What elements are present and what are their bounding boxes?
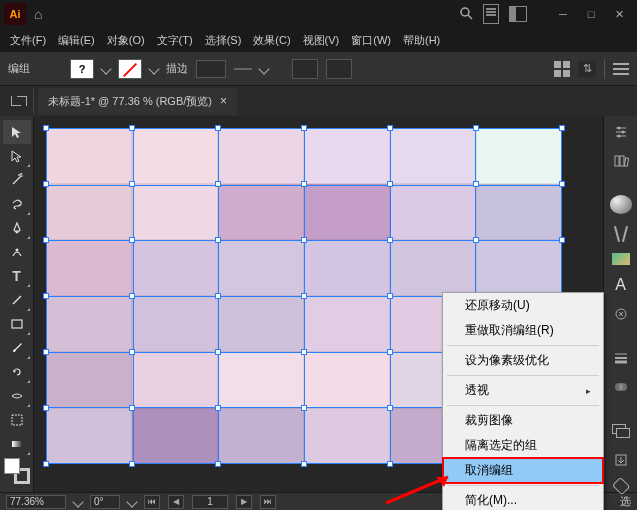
tool-width[interactable] <box>3 384 31 408</box>
arrange-icon[interactable]: ⇅ <box>578 61 596 77</box>
character-panel-icon[interactable]: A <box>610 275 632 294</box>
doc-toggle-icon[interactable] <box>4 89 34 113</box>
grid-cell[interactable] <box>304 296 390 352</box>
fill-stroke-control[interactable] <box>4 458 30 484</box>
tool-curvature[interactable] <box>3 240 31 264</box>
grid-cell[interactable] <box>46 352 132 408</box>
menu-help[interactable]: 帮助(H) <box>399 31 444 50</box>
properties-panel-icon[interactable] <box>610 122 632 141</box>
nav-first-icon[interactable]: ⏮ <box>144 495 160 509</box>
menu-file[interactable]: 文件(F) <box>6 31 50 50</box>
symbols-panel-icon[interactable] <box>610 304 632 323</box>
workspace-switch-icon[interactable] <box>509 6 527 22</box>
grid-cell[interactable] <box>132 240 218 296</box>
nav-prev-icon[interactable]: ◀ <box>168 495 184 509</box>
grid-cell[interactable] <box>218 296 304 352</box>
tool-paintbrush[interactable] <box>3 336 31 360</box>
grid-cell[interactable] <box>390 240 476 296</box>
grid-cell[interactable] <box>390 128 476 184</box>
color-panel-icon[interactable] <box>610 195 632 214</box>
style-box[interactable] <box>326 59 352 79</box>
rotation-input[interactable]: 0° <box>90 495 120 509</box>
dash-dropdown-icon[interactable] <box>258 63 269 74</box>
tool-gradient[interactable] <box>3 432 31 456</box>
align-grid-icon[interactable] <box>554 61 570 77</box>
zoom-input[interactable]: 77.36% <box>6 495 66 509</box>
grid-cell[interactable] <box>304 408 390 464</box>
nav-last-icon[interactable]: ⏭ <box>260 495 276 509</box>
transparency-panel-icon[interactable] <box>610 377 632 396</box>
grid-cell[interactable] <box>46 408 132 464</box>
tab-close-icon[interactable]: × <box>220 94 227 108</box>
menu-type[interactable]: 文字(T) <box>153 31 197 50</box>
swatches-panel-icon[interactable] <box>612 253 630 265</box>
document-icon[interactable] <box>483 4 499 24</box>
asset-export-panel-icon[interactable] <box>610 451 632 470</box>
ctx-crop-image[interactable]: 裁剪图像 <box>443 408 603 433</box>
grid-cell[interactable] <box>132 184 218 240</box>
grid-cell[interactable] <box>218 240 304 296</box>
grid-cell[interactable] <box>218 128 304 184</box>
grid-cell[interactable] <box>304 128 390 184</box>
grid-cell[interactable] <box>476 184 562 240</box>
menu-object[interactable]: 对象(O) <box>103 31 149 50</box>
ctx-simplify[interactable]: 简化(M)... <box>443 488 603 510</box>
nav-next-icon[interactable]: ▶ <box>236 495 252 509</box>
grid-cell[interactable] <box>476 128 562 184</box>
grid-cell[interactable] <box>46 128 132 184</box>
grid-cell[interactable] <box>218 408 304 464</box>
dash-style-icon[interactable] <box>234 68 252 70</box>
fill-swatch[interactable]: ? <box>70 59 94 79</box>
grid-cell[interactable] <box>304 184 390 240</box>
menu-effect[interactable]: 效果(C) <box>249 31 294 50</box>
grid-cell[interactable] <box>304 240 390 296</box>
grid-cell[interactable] <box>46 240 132 296</box>
grid-cell[interactable] <box>132 352 218 408</box>
tool-rectangle[interactable] <box>3 312 31 336</box>
tool-magic-wand[interactable] <box>3 168 31 192</box>
tool-selection[interactable] <box>3 120 31 144</box>
ctx-redo[interactable]: 重做取消编组(R) <box>443 318 603 343</box>
home-icon[interactable]: ⌂ <box>34 6 42 22</box>
tool-rotate[interactable] <box>3 360 31 384</box>
grid-cell[interactable] <box>304 352 390 408</box>
tool-line[interactable] <box>3 288 31 312</box>
ctx-undo[interactable]: 还原移动(U) <box>443 293 603 318</box>
ctx-perspective[interactable]: 透视 <box>443 378 603 403</box>
tool-free-transform[interactable] <box>3 408 31 432</box>
stroke-weight-input[interactable] <box>196 60 226 78</box>
ctx-isolate-group[interactable]: 隔离选定的组 <box>443 433 603 458</box>
document-tab[interactable]: 未标题-1* @ 77.36 % (RGB/预览) × <box>38 88 237 115</box>
brushes-panel-icon[interactable] <box>610 224 632 243</box>
grid-cell[interactable] <box>132 128 218 184</box>
opacity-box[interactable] <box>292 59 318 79</box>
menu-select[interactable]: 选择(S) <box>201 31 246 50</box>
rotation-dropdown-icon[interactable] <box>126 496 137 507</box>
menu-view[interactable]: 视图(V) <box>299 31 344 50</box>
maximize-button[interactable]: □ <box>577 4 605 24</box>
grid-cell[interactable] <box>132 296 218 352</box>
menu-window[interactable]: 窗口(W) <box>347 31 395 50</box>
panel-menu-icon[interactable] <box>613 63 629 75</box>
ctx-pixel-perfect[interactable]: 设为像素级优化 <box>443 348 603 373</box>
grid-cell[interactable] <box>218 352 304 408</box>
stroke-swatch[interactable] <box>118 59 142 79</box>
tool-pen[interactable] <box>3 216 31 240</box>
ctx-ungroup[interactable]: 取消编组 <box>443 458 603 483</box>
search-icon[interactable] <box>459 6 473 23</box>
zoom-dropdown-icon[interactable] <box>72 496 83 507</box>
grid-cell[interactable] <box>132 408 218 464</box>
minimize-button[interactable]: ─ <box>549 4 577 24</box>
fill-dropdown-icon[interactable] <box>100 63 111 74</box>
grid-cell[interactable] <box>46 184 132 240</box>
stroke-dropdown-icon[interactable] <box>148 63 159 74</box>
artboard-input[interactable]: 1 <box>192 495 228 509</box>
grid-cell[interactable] <box>218 184 304 240</box>
tool-lasso[interactable] <box>3 192 31 216</box>
close-button[interactable]: ✕ <box>605 4 633 24</box>
grid-cell[interactable] <box>390 184 476 240</box>
stroke-panel-icon[interactable] <box>610 348 632 367</box>
tool-direct-selection[interactable] <box>3 144 31 168</box>
grid-cell[interactable] <box>46 296 132 352</box>
menu-edit[interactable]: 编辑(E) <box>54 31 99 50</box>
